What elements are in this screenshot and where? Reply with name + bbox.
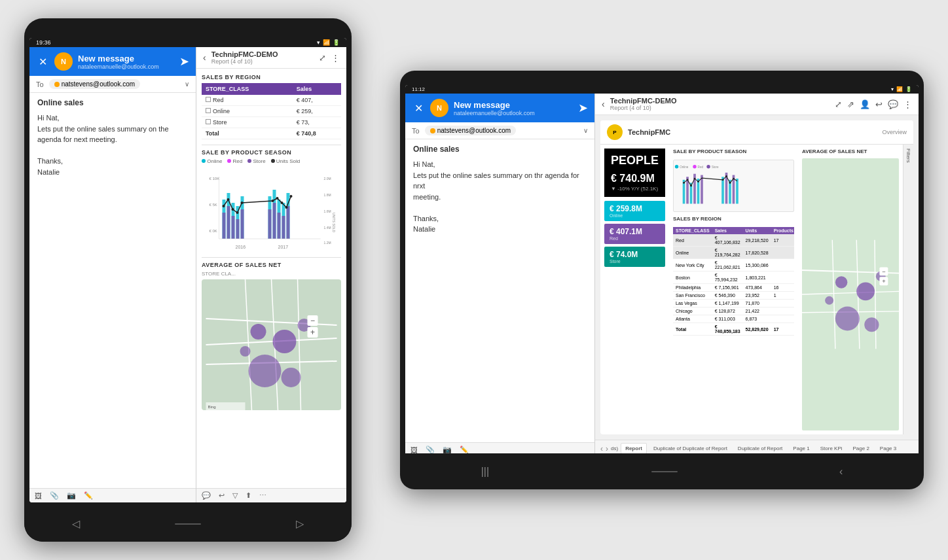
chat-icon-small[interactable]: 💬 xyxy=(202,491,211,500)
svg-point-29 xyxy=(223,205,225,207)
share-report-icon[interactable]: ⇗ xyxy=(847,99,854,109)
metric-online-label: Online xyxy=(610,213,660,218)
page-tab-page2[interactable]: Page 2 xyxy=(849,444,873,453)
report-title-info-small: TechnipFMC-DEMO Report (4 of 10) xyxy=(211,50,278,65)
page-tab-dup-dup[interactable]: Duplicate of Duplicate of Report xyxy=(649,444,731,453)
attach-image-icon[interactable]: 🖼 xyxy=(35,492,42,500)
email-text-large: Hi Nat, Lets put the online sales summar… xyxy=(413,159,587,235)
report-header-small: ‹ TechnipFMC-DEMO Report (4 of 10) ⤢ ⋮ xyxy=(196,47,346,69)
report-actions-small: ⤢ ⋮ xyxy=(319,53,340,63)
user-report-icon[interactable]: 👤 xyxy=(860,99,870,109)
tablet-nav-large: ||| ‹ xyxy=(400,453,924,489)
page-tab-dup[interactable]: Duplicate of Report xyxy=(734,444,786,453)
people-card: PEOPLE € 740.9M ▼ -10% Y/Y (52.1K) xyxy=(604,149,665,197)
page-tab-store-kpi[interactable]: Store KPi xyxy=(816,444,847,453)
camera-icon[interactable]: 📷 xyxy=(67,491,76,500)
svg-point-98 xyxy=(825,296,833,305)
metric-red: € 407.1M Red xyxy=(604,224,665,244)
expand-icon-small[interactable]: ∨ xyxy=(185,80,189,88)
svg-point-67 xyxy=(706,165,710,168)
table-total-row: Total € 740,859,183 52,829,620 17 17.11 … xyxy=(673,323,794,336)
email-header-small: ✕ N New message nataleemanuelle@outlook.… xyxy=(29,47,196,76)
pbi-map-title: AVERAGE OF SALES NET xyxy=(802,149,899,154)
nav-back-icon-small[interactable]: ◁ xyxy=(72,517,80,530)
page-nav-next[interactable]: › xyxy=(606,444,608,453)
sales-table-small: STORE_CLASS Sales Red € 407, Online xyxy=(202,83,341,139)
avg-sales-sub-small: STORE CLA... xyxy=(202,271,341,277)
email-header-large: ✕ N New message nataleemanuelle@outlook.… xyxy=(405,94,594,122)
page-tab-report[interactable]: Report xyxy=(621,443,647,454)
svg-text:−: − xyxy=(310,316,315,325)
expand-icon-large[interactable]: ∨ xyxy=(583,127,588,134)
svg-text:2017: 2017 xyxy=(278,245,289,249)
email-header-info-small: New message nataleemanuelle@outlook.com xyxy=(78,54,174,70)
draw-icon[interactable]: ✏️ xyxy=(84,491,93,500)
filters-sidebar[interactable]: Filters xyxy=(903,145,913,434)
nav-forward-icon-small[interactable]: ▷ xyxy=(296,517,304,530)
close-button-small[interactable]: ✕ xyxy=(36,56,49,68)
svg-text:1.6M: 1.6M xyxy=(324,209,331,213)
expand-icon-small[interactable]: ⤢ xyxy=(319,53,326,63)
svg-text:Online: Online xyxy=(680,166,689,169)
attach-image-icon-large[interactable]: 🖼 xyxy=(410,446,418,454)
svg-text:1.8M: 1.8M xyxy=(324,193,331,197)
report-content-small[interactable]: SALES BY REGION STORE_CLASS Sales Red € … xyxy=(196,69,346,488)
send-button-large[interactable]: ➤ xyxy=(578,101,588,115)
page-tab-page3[interactable]: Page 3 xyxy=(876,444,900,453)
status-icons-small: ▾ 📶 🔋 xyxy=(317,39,340,46)
recipient-chip-large: natstevens@outlook.com xyxy=(425,126,516,135)
attach-file-icon[interactable]: 📎 xyxy=(50,491,59,500)
page-nav-prev[interactable]: ‹ xyxy=(600,444,603,453)
more-icon-small-bar[interactable]: ⋯ xyxy=(259,491,266,500)
back-button-small[interactable]: ‹ xyxy=(203,52,206,63)
email-toolbar-small: 🖼 📎 📷 ✏️ xyxy=(29,488,196,502)
email-to-field-small[interactable]: To natstevens@outlook.com ∨ xyxy=(29,76,196,93)
more-icon-small[interactable]: ⋮ xyxy=(331,53,340,63)
avg-sales-title-small: AVERAGE OF SALES NET xyxy=(202,262,341,268)
pbi-header: P TechnipFMC Overview xyxy=(600,120,913,145)
send-button-small[interactable]: ➤ xyxy=(179,54,189,69)
nav-back-icon-large[interactable]: ‹ xyxy=(839,466,843,478)
table-total-row: Total € 740,8 xyxy=(202,128,341,139)
svg-rect-16 xyxy=(232,216,235,239)
avatar-large: N xyxy=(430,99,448,117)
report-subtitle-large: Report (4 of 10) xyxy=(610,105,677,111)
comment-report-icon[interactable]: 💬 xyxy=(888,99,898,109)
nav-bars-icon-large[interactable]: ||| xyxy=(481,466,489,478)
table-row: Red € 407, xyxy=(202,95,341,106)
more-report-icon[interactable]: ⋮ xyxy=(903,99,912,109)
undo-report-icon[interactable]: ↩ xyxy=(875,99,883,109)
report-body-large: P TechnipFMC Overview xyxy=(595,115,919,440)
back-button-large[interactable]: ‹ xyxy=(602,99,605,109)
report-title-info-large: TechnipFMC-DEMO Report (4 of 10) xyxy=(610,97,677,111)
email-title-large: New message xyxy=(454,100,573,110)
email-to-field-large[interactable]: To natstevens@outlook.com ∨ xyxy=(405,122,594,139)
page-tab-page1[interactable]: Page 1 xyxy=(789,444,813,453)
svg-point-88 xyxy=(733,178,735,180)
report-title-small: TechnipFMC-DEMO xyxy=(211,50,278,58)
pbi-region-table-container[interactable]: STORE_CLASS Sales Units Products Price P… xyxy=(673,227,794,430)
email-body-small[interactable]: Online sales Hi Nat, Lets put the online… xyxy=(29,93,196,488)
home-bar-small[interactable] xyxy=(175,523,201,525)
people-label: PEOPLE xyxy=(611,154,659,167)
home-bar-large[interactable] xyxy=(651,471,678,472)
table-row: Las Vegas € 1,147,199 71,870 4.70 xyxy=(673,300,794,307)
svg-point-84 xyxy=(697,181,699,183)
expand-report-icon[interactable]: ⤢ xyxy=(835,99,842,109)
col-h-store: STORE_CLASS xyxy=(673,227,712,234)
email-body-large[interactable]: Online sales Hi Nat, Lets put the online… xyxy=(405,139,594,442)
small-tablet-screen: 19:36 ▾ 📶 🔋 ✕ N New message nataleemanue… xyxy=(29,38,346,502)
close-button-large[interactable]: ✕ xyxy=(412,102,425,114)
col-h-units: Units xyxy=(743,227,771,234)
email-sender-small: nataleemanuelle@outlook.com xyxy=(78,63,174,70)
filter-icon-small[interactable]: ▽ xyxy=(232,491,238,500)
svg-rect-17 xyxy=(236,219,240,239)
metric-online-value: € 259.8M xyxy=(610,204,660,213)
svg-rect-26 xyxy=(278,213,281,239)
undo-icon-small[interactable]: ↩ xyxy=(219,491,225,500)
avg-sales-net-small: AVERAGE OF SALES NET STORE CLA... xyxy=(202,257,341,410)
svg-point-85 xyxy=(722,179,724,181)
svg-point-83 xyxy=(694,178,696,180)
table-row: Red € 407,106,832 29,218,520 17 16.99 NA xyxy=(673,234,794,247)
share-icon-small[interactable]: ⬆ xyxy=(246,491,251,500)
